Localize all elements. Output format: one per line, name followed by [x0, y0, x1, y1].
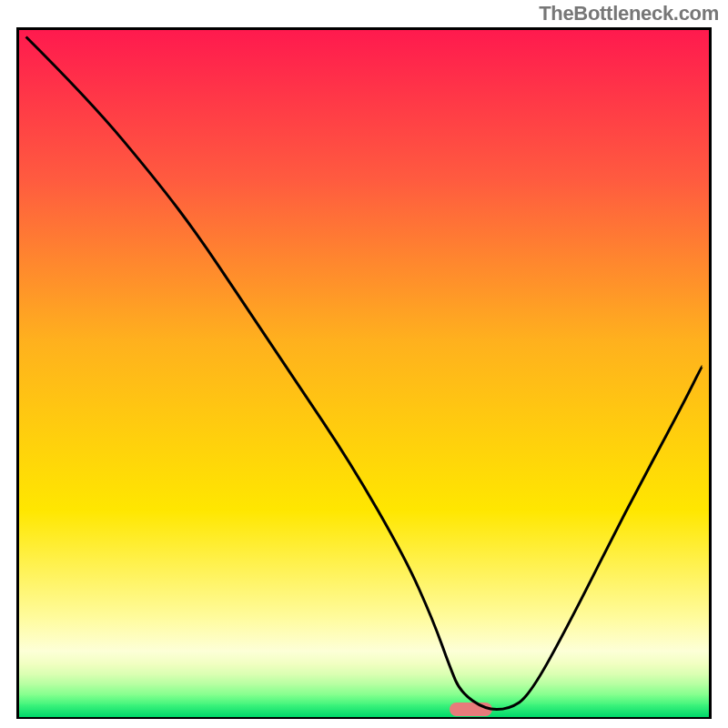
data-marker [450, 703, 493, 717]
attribution-text: TheBottleneck.com [539, 2, 719, 25]
chart-frame [16, 27, 712, 719]
gradient-bg [19, 30, 709, 716]
